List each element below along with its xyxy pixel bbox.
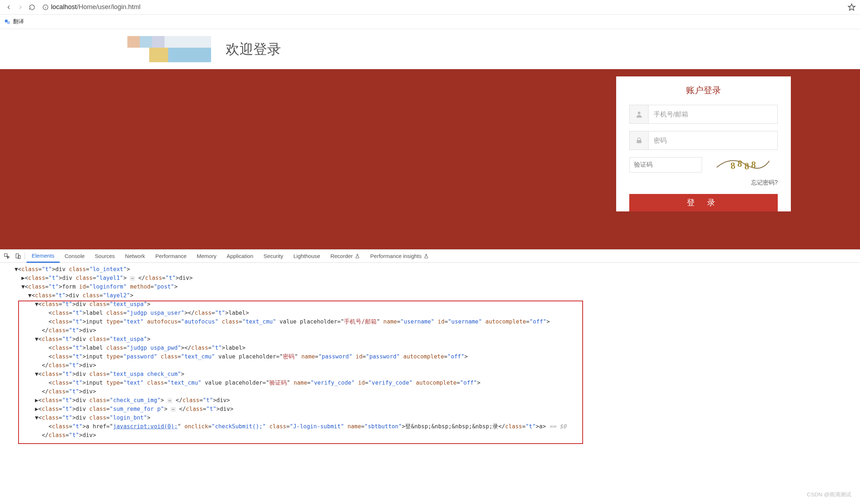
login-card: 账户登录 8 8 8 8 忘 [616, 76, 791, 211]
captcha-row: 8 8 8 8 [629, 157, 778, 172]
svg-marker-3 [848, 4, 855, 10]
forward-button[interactable] [16, 3, 25, 12]
tab-security[interactable]: Security [258, 250, 288, 263]
page-title: 欢迎登录 [226, 40, 281, 59]
tab-elements[interactable]: Elements [27, 250, 60, 263]
logo [127, 36, 211, 62]
captcha-input[interactable] [629, 157, 702, 172]
device-icon[interactable] [12, 251, 23, 262]
devtools-tabs: Elements Console Sources Network Perform… [0, 250, 860, 263]
password-field [629, 131, 778, 150]
tab-performance-insights[interactable]: Performance insights [365, 250, 434, 263]
tab-sources[interactable]: Sources [90, 250, 120, 263]
login-card-title: 账户登录 [629, 84, 778, 96]
tab-lighthouse[interactable]: Lighthouse [288, 250, 325, 263]
svg-point-6 [638, 112, 640, 114]
reload-button[interactable] [28, 3, 36, 12]
forgot-password-link[interactable]: 忘记密码? [629, 179, 778, 187]
flask-icon [355, 254, 360, 259]
tab-console[interactable]: Console [60, 250, 90, 263]
browser-toolbar: localhost/Home/user/login.html [0, 0, 860, 15]
user-icon [630, 105, 649, 123]
translate-icon [4, 19, 11, 25]
tab-application[interactable]: Application [222, 250, 258, 263]
url-text: localhost/Home/user/login.html [51, 3, 140, 11]
devtools-panel: Elements Console Sources Network Perform… [0, 249, 860, 447]
login-button[interactable]: 登 录 [629, 194, 778, 211]
username-input[interactable] [649, 105, 777, 123]
tab-performance[interactable]: Performance [150, 250, 192, 263]
lock-icon [630, 131, 649, 150]
bookmark-bar: 翻译 [0, 15, 860, 29]
username-field [629, 105, 778, 124]
address-bar[interactable]: localhost/Home/user/login.html [39, 2, 845, 12]
svg-rect-5 [7, 21, 10, 24]
password-input[interactable] [649, 131, 777, 150]
tab-recorder[interactable]: Recorder [325, 250, 365, 263]
bookmark-item[interactable]: 翻译 [13, 18, 24, 25]
inspect-icon[interactable] [1, 251, 12, 262]
bookmark-star-icon[interactable] [848, 3, 856, 11]
tab-network[interactable]: Network [120, 250, 150, 263]
back-button[interactable] [4, 3, 13, 12]
flask-icon [424, 254, 429, 259]
svg-rect-7 [637, 140, 641, 143]
hero-banner: 账户登录 8 8 8 8 忘 [0, 69, 860, 249]
captcha-image[interactable]: 8 8 8 8 [717, 157, 769, 172]
tab-memory[interactable]: Memory [192, 250, 222, 263]
dom-tree[interactable]: ▼<class="t">div class="lo_intext"> ▶<cla… [0, 263, 860, 447]
info-icon [42, 4, 49, 11]
page-header: 欢迎登录 [0, 29, 860, 69]
